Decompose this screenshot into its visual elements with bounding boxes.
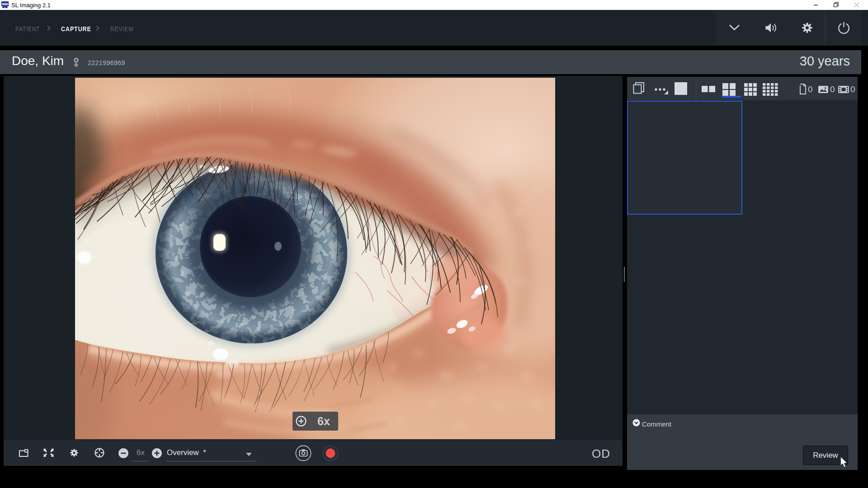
svg-text:ZEISS: ZEISS: [2, 3, 8, 5]
svg-text:6x: 6x: [317, 415, 330, 427]
